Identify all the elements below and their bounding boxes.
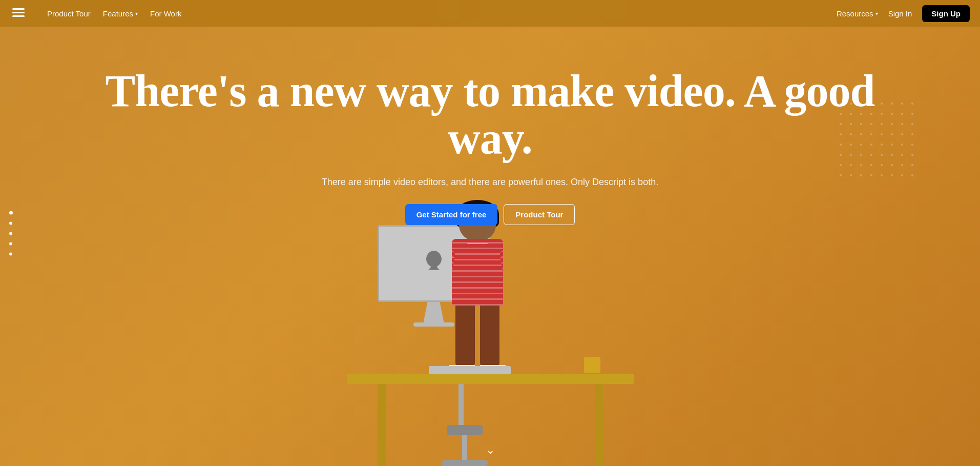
scroll-down-arrow[interactable]: ⌄ [486,443,495,457]
person-right-leg [480,306,499,367]
person-body [452,239,503,306]
shirt-stripes [452,239,503,306]
nav-for-work[interactable]: For Work [150,9,181,18]
features-chevron-icon: ▾ [135,11,138,16]
navbar: Product Tour Features ▾ For Work Resourc… [0,0,980,27]
hero-headline: There's a new way to make video. A good … [80,68,900,163]
nav-left: Product Tour Features ▾ For Work [10,5,837,22]
hero-text: There's a new way to make video. A good … [80,27,900,225]
scroll-dot-3[interactable] [9,232,12,235]
person-left-leg [455,306,475,367]
scroll-dot-1[interactable] [9,211,13,214]
nav-product-tour[interactable]: Product Tour [47,9,91,18]
nav-right: Resources ▾ Sign In Sign Up [837,5,970,22]
svg-rect-0 [12,8,25,10]
scroll-dot-4[interactable] [9,242,12,245]
resources-chevron-icon: ▾ [875,11,878,16]
hero-section: There's a new way to make video. A good … [0,0,980,466]
person-figure [449,200,506,376]
hamburger-menu-icon[interactable] [10,5,27,22]
nav-resources[interactable]: Resources ▾ [837,9,878,18]
nav-sign-in[interactable]: Sign In [888,9,912,18]
desk-item-cup [584,357,600,373]
svg-rect-2 [12,15,25,17]
scroll-dot-5[interactable] [9,252,12,255]
hero-subheadline: There are simple video editors, and ther… [80,177,900,188]
chair-pole [462,434,467,460]
scroll-dot-2[interactable] [9,221,12,225]
hero-image [347,210,634,466]
chair-back-pole [458,384,464,425]
product-tour-button[interactable]: Product Tour [504,204,575,225]
nav-sign-up-button[interactable]: Sign Up [922,5,970,22]
chair-seat [447,425,483,435]
nav-features[interactable]: Features ▾ [103,9,138,18]
monitor-stand [424,302,444,322]
svg-rect-1 [12,12,25,13]
desk-leg-left [378,384,386,466]
hero-buttons: Get Started for free Product Tour [80,204,900,225]
desk-scene [347,210,634,466]
scroll-dots [9,211,13,255]
person-legs [455,306,499,367]
desk-surface [347,374,634,384]
desk-leg-right [595,384,603,466]
monitor-base [413,322,454,327]
keyboard [429,366,511,374]
necklace [467,243,488,244]
get-started-button[interactable]: Get Started for free [405,204,498,225]
chair-base [442,460,488,466]
